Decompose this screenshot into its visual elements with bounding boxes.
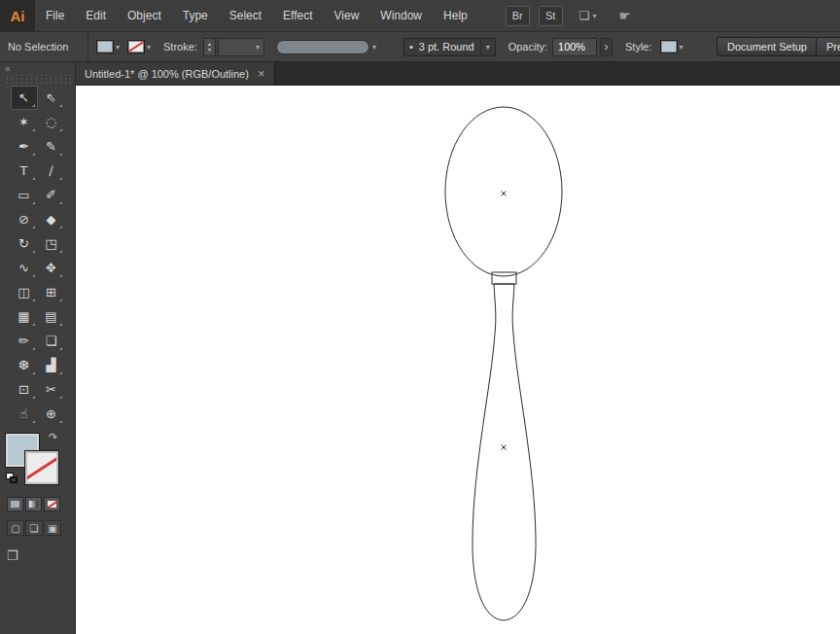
spoon-bowl-outline: [445, 107, 562, 276]
fill-color-swatch[interactable]: [96, 40, 114, 53]
free-transform-tool[interactable]: ✥: [38, 256, 65, 280]
chevron-down-icon[interactable]: ▾: [147, 43, 151, 52]
zoom-tool[interactable]: ⊕: [38, 402, 65, 426]
tools-panel: « ↖⇖✶◌✒✎T∕▭✐⊘◆↻◳∿✥◫⊞▦▤✏❏❆▟⊡✂☝⊕ ↷: [0, 62, 76, 634]
magic-wand-tool[interactable]: ✶: [11, 110, 38, 134]
none-slash-icon: [127, 40, 145, 53]
bowl-center-mark: [502, 192, 507, 196]
chevron-down-icon[interactable]: ▾: [680, 43, 683, 52]
symbol-sprayer-tool[interactable]: ❆: [11, 353, 38, 377]
paintbrush-tool[interactable]: ✐: [38, 183, 65, 207]
spoon-handle-outline: [472, 284, 536, 620]
slice-tool[interactable]: ✂: [38, 377, 65, 402]
menu-item[interactable]: Object: [117, 0, 172, 31]
brushes-panel-button[interactable]: Br: [506, 6, 530, 26]
mesh-tool[interactable]: ▦: [11, 304, 38, 329]
menu-item[interactable]: Effect: [272, 0, 323, 31]
menu-item[interactable]: Window: [369, 0, 433, 31]
document-tab[interactable]: Untitled-1* @ 100% (RGB/Outline) ×: [76, 62, 275, 85]
collapse-panel-icon[interactable]: «: [5, 64, 11, 74]
document-setup-button[interactable]: Document Setup: [717, 37, 818, 56]
artboard-tool[interactable]: ⊡: [11, 377, 38, 402]
hand-gesture-icon[interactable]: ☛: [619, 8, 632, 23]
stroke-color-swatch[interactable]: [127, 40, 145, 53]
stroke-label[interactable]: Stroke:: [163, 41, 197, 53]
chevron-down-icon: ▾: [593, 12, 597, 20]
stepper-down-icon[interactable]: ▾: [208, 47, 211, 53]
none-slash-icon: [48, 501, 56, 508]
draw-inside-button[interactable]: ▣: [44, 520, 61, 536]
lasso-tool[interactable]: ◌: [38, 110, 65, 134]
pen-tool[interactable]: ✒: [11, 134, 38, 158]
chevron-down-icon: ▾: [480, 39, 490, 55]
spoon-neck-outline: [492, 272, 516, 284]
hand-tool[interactable]: ☝: [11, 402, 38, 426]
menu-item[interactable]: Select: [219, 0, 272, 31]
menu-item[interactable]: Type: [172, 0, 219, 31]
drawing-modes: ▢❏▣: [7, 520, 75, 536]
preferences-button[interactable]: Preferences: [816, 37, 840, 56]
fill-stroke-indicator: ↷: [6, 434, 70, 488]
illustrator-logo: Ai: [0, 0, 35, 32]
chevron-down-icon[interactable]: ▾: [372, 43, 376, 52]
type-tool[interactable]: T: [11, 158, 38, 183]
blob-brush-tool[interactable]: ⊘: [11, 207, 38, 231]
app-bar-right: BrSt ❏ ▾ ☛: [506, 6, 631, 26]
menu-item[interactable]: Edit: [75, 0, 117, 31]
tools-grid: ↖⇖✶◌✒✎T∕▭✐⊘◆↻◳∿✥◫⊞▦▤✏❏❆▟⊡✂☝⊕: [11, 86, 65, 426]
shape-builder-tool[interactable]: ◫: [11, 280, 38, 304]
scale-tool[interactable]: ◳: [38, 231, 65, 256]
line-segment-tool[interactable]: ∕: [38, 158, 65, 183]
opacity-input[interactable]: 100%: [552, 38, 597, 56]
document-tab-bar: Untitled-1* @ 100% (RGB/Outline) ×: [76, 62, 840, 86]
eraser-tool[interactable]: ◆: [38, 207, 65, 231]
eyedropper-tool[interactable]: ✏: [11, 329, 38, 353]
chevron-down-icon[interactable]: ▾: [116, 43, 120, 52]
rectangle-tool[interactable]: ▭: [11, 183, 38, 207]
control-bar: No Selection ▾ ▾ Stroke: ▴ ▾ ▾ ▾ • 3 pt.…: [0, 32, 840, 62]
opacity-options-button[interactable]: ›: [600, 38, 612, 56]
brush-stroke-preview[interactable]: [276, 40, 369, 54]
pencil-tool[interactable]: ✎: [38, 134, 65, 158]
stroke-width-dropdown[interactable]: ▾: [218, 38, 264, 56]
stroke-swatch[interactable]: [25, 451, 58, 484]
column-graph-tool[interactable]: ▟: [38, 353, 65, 377]
brush-bullet-icon: •: [409, 41, 413, 53]
brush-name: 3 pt. Round: [419, 41, 474, 53]
styles-panel-button[interactable]: St: [539, 6, 563, 26]
artboard-canvas[interactable]: [76, 86, 840, 634]
width-tool[interactable]: ∿: [11, 256, 38, 280]
workspace-icon: ❏: [579, 9, 590, 22]
style-swatch[interactable]: [660, 40, 678, 53]
screen-mode-row: ❐: [7, 547, 75, 564]
menu-item[interactable]: Help: [433, 0, 478, 31]
selection-tool[interactable]: ↖: [11, 86, 38, 110]
blend-tool[interactable]: ❏: [38, 329, 65, 353]
menu-item[interactable]: View: [324, 0, 370, 31]
color-button[interactable]: [7, 497, 23, 511]
fill-color-control[interactable]: ▾: [96, 40, 120, 53]
tools-panel-header: «: [0, 62, 75, 75]
style-label[interactable]: Style:: [625, 41, 652, 53]
none-button[interactable]: [44, 497, 60, 511]
opacity-label[interactable]: Opacity:: [508, 41, 547, 53]
gradient-tool[interactable]: ▤: [38, 304, 65, 329]
workspace-switcher[interactable]: ❏ ▾: [579, 9, 597, 22]
rotate-tool[interactable]: ↻: [11, 231, 38, 256]
style-control[interactable]: ▾: [660, 40, 683, 53]
direct-selection-tool[interactable]: ⇖: [38, 86, 65, 110]
default-fill-stroke-icon[interactable]: [6, 473, 19, 485]
gradient-button[interactable]: [25, 497, 42, 511]
close-tab-icon[interactable]: ×: [258, 67, 265, 80]
swap-fill-stroke-icon[interactable]: ↷: [49, 431, 57, 443]
brush-definition-dropdown[interactable]: • 3 pt. Round ▾: [403, 38, 496, 56]
screen-mode-button[interactable]: ❐: [7, 547, 28, 564]
panel-drag-grip[interactable]: [4, 75, 71, 84]
draw-behind-button[interactable]: ❏: [25, 520, 43, 536]
stroke-width-stepper[interactable]: ▴ ▾: [203, 38, 216, 56]
stroke-color-control[interactable]: ▾: [127, 40, 151, 53]
perspective-grid-tool[interactable]: ⊞: [38, 280, 65, 304]
menu-item[interactable]: File: [35, 0, 75, 31]
draw-normal-button[interactable]: ▢: [7, 520, 24, 536]
workspace: « ↖⇖✶◌✒✎T∕▭✐⊘◆↻◳∿✥◫⊞▦▤✏❏❆▟⊡✂☝⊕ ↷: [0, 62, 840, 634]
